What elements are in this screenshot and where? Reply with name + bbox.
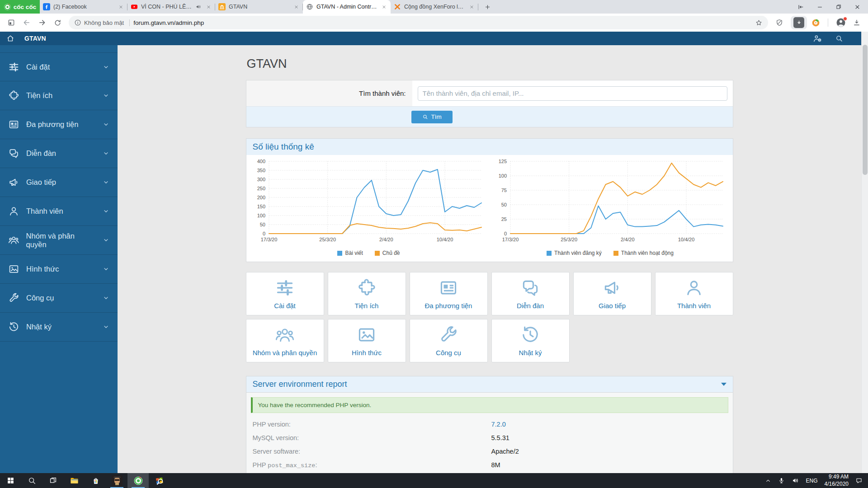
shield-icon[interactable] — [773, 16, 786, 29]
find-member-label: Tìm thành viên: — [359, 89, 406, 97]
browser-tab[interactable]: Cộng đồng XenForo lớn nhất — [391, 0, 478, 14]
coccoc-browser-button[interactable] — [127, 473, 149, 488]
chat-icon — [520, 278, 540, 298]
tray-chevron-up-icon[interactable] — [765, 478, 771, 484]
sidebar-item-sliders[interactable]: Cài đặt — [0, 52, 118, 81]
sidebar-item-wrench[interactable]: Công cụ — [0, 284, 118, 313]
profile-avatar[interactable] — [835, 17, 846, 28]
new-tab-button[interactable] — [481, 0, 494, 13]
bank-icon — [218, 3, 226, 10]
start-button[interactable] — [0, 473, 21, 488]
report-value: Apache/2 — [491, 448, 519, 455]
task-view-button[interactable] — [42, 473, 64, 488]
tile-history[interactable]: Nhật ký — [491, 319, 570, 362]
tile-image[interactable]: Hình thức — [328, 319, 406, 362]
history-icon — [520, 325, 540, 345]
report-row: PHP post_max_size:8M — [251, 458, 728, 472]
taskbar-search-icon — [28, 476, 36, 485]
sidebar-item-image[interactable]: Hình thức — [0, 255, 118, 284]
microsoft-store-button[interactable] — [85, 473, 106, 488]
tab-close-icon[interactable] — [292, 3, 300, 10]
minimize-button[interactable] — [816, 4, 823, 10]
browser-tab[interactable]: (2) Facebook — [40, 0, 127, 14]
sidebar-item-label: Thành viên — [26, 207, 63, 216]
download-progress-chip[interactable] — [791, 16, 807, 29]
tile-puzzle[interactable]: Tiện ích — [328, 272, 406, 315]
report-value[interactable]: 7.2.0 — [491, 421, 506, 428]
tab-audio-icon[interactable] — [195, 4, 202, 10]
samp-app-button[interactable] — [149, 473, 170, 488]
gta-sa-app-button[interactable] — [106, 473, 127, 488]
address-bar[interactable]: Không bảo mật forum.gtavn.vn/admin.php — [69, 16, 768, 29]
close-icon — [382, 5, 387, 9]
posts-chart-plot: 05010015020025030035040017/3/2025/3/202/… — [249, 158, 489, 248]
close-button[interactable] — [854, 4, 861, 10]
admin-users-icon[interactable] — [813, 34, 822, 43]
tile-users[interactable]: Nhóm và phân quyền — [246, 319, 324, 362]
page-scrollbar[interactable] — [861, 32, 868, 488]
admin-navbar-title[interactable]: GTAVN — [24, 35, 46, 42]
search-icon[interactable] — [835, 34, 843, 42]
action-center-icon[interactable] — [855, 477, 863, 484]
sidebar-item-users[interactable]: Nhóm và phân quyền — [0, 226, 118, 255]
sidebar-item-history[interactable]: Nhật ký — [0, 313, 118, 342]
report-row: Server software:Apache/2 — [251, 445, 728, 458]
svg-text:350: 350 — [257, 168, 265, 173]
tile-wrench[interactable]: Công cụ — [410, 319, 488, 362]
sidebar-item-label: Công cụ — [26, 294, 54, 302]
tab-close-icon[interactable] — [380, 3, 387, 10]
newspaper-icon — [439, 278, 458, 298]
tab-close-icon[interactable] — [117, 3, 124, 10]
file-explorer-button[interactable] — [64, 473, 85, 488]
tile-sliders[interactable]: Cài đặt — [246, 272, 324, 315]
microphone-icon[interactable] — [778, 477, 785, 484]
sidebar-toggle-icon[interactable] — [5, 16, 18, 29]
taskbar-search-button[interactable] — [21, 473, 42, 488]
forward-button[interactable] — [35, 16, 49, 29]
info-icon[interactable] — [74, 19, 81, 26]
tile-label: Thành viên — [677, 302, 711, 310]
home-icon[interactable] — [6, 34, 14, 42]
coccoc-brand[interactable]: cốc cốc — [0, 0, 40, 14]
tab-close-icon[interactable] — [205, 3, 212, 10]
download-tray-icon[interactable] — [850, 16, 863, 29]
sidebar-item-label: Tiện ích — [26, 91, 52, 100]
browser-tab[interactable]: VÌ CON - PHÚ LÊ | OFFICIA — [127, 0, 215, 14]
chat-icon — [520, 278, 540, 298]
youtube-icon — [131, 3, 138, 10]
tab-title: VÌ CON - PHÚ LÊ | OFFICIA — [141, 4, 192, 10]
chevron-down-icon — [103, 64, 109, 70]
star-icon[interactable] — [755, 19, 763, 27]
browser-tab[interactable]: GTAVN — [215, 0, 303, 14]
browser-tab[interactable]: GTAVN - Admin Control Panel — [303, 0, 391, 14]
volume-icon[interactable] — [792, 477, 799, 484]
tile-chat[interactable]: Diễn đàn — [491, 272, 570, 315]
find-button[interactable]: Tìm — [411, 111, 453, 123]
users-icon — [8, 235, 19, 246]
back-button[interactable] — [20, 16, 33, 29]
collapse-icon[interactable] — [721, 383, 726, 386]
sidebar-item-user[interactable]: Thành viên — [0, 197, 118, 226]
sidebar-item-chat[interactable]: Diễn đàn — [0, 139, 118, 168]
scrollbar-thumb[interactable] — [863, 45, 868, 175]
coccoc-menu-icon[interactable] — [809, 16, 822, 29]
user-icon — [8, 206, 19, 217]
find-member-input[interactable] — [418, 86, 727, 101]
sidebar-item-megaphone[interactable]: Giao tiếp — [0, 168, 118, 197]
language-indicator[interactable]: ENG — [806, 478, 818, 484]
tile-user[interactable]: Thành viên — [655, 272, 733, 315]
sliders-icon — [8, 61, 19, 73]
svg-text:2/4/20: 2/4/20 — [379, 237, 393, 242]
coccoc-icon — [133, 476, 143, 486]
legend-swatch — [547, 251, 552, 256]
taskbar-clock[interactable]: 9:49 AM 4/16/2020 — [825, 474, 849, 488]
tile-megaphone[interactable]: Giao tiếp — [573, 272, 651, 315]
tile-newspaper[interactable]: Đa phương tiện — [410, 272, 488, 315]
reload-button[interactable] — [51, 16, 64, 29]
restore-button[interactable] — [835, 4, 842, 10]
tile-label: Nhật ký — [519, 349, 542, 357]
tab-close-icon[interactable] — [468, 3, 475, 10]
pin-left-icon[interactable] — [797, 4, 804, 10]
sidebar-item-newspaper[interactable]: Đa phương tiện — [0, 110, 118, 139]
sidebar-item-puzzle[interactable]: Tiện ích — [0, 81, 118, 110]
